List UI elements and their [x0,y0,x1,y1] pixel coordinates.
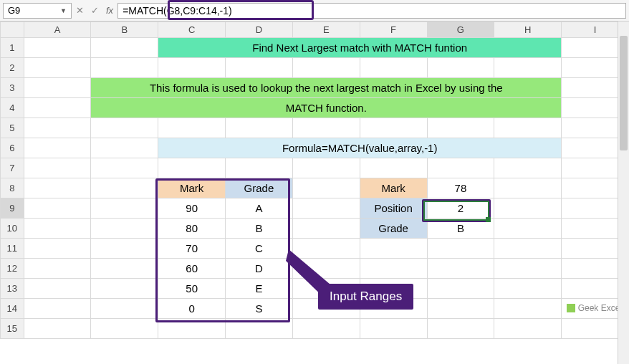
col-header-E[interactable]: E [292,22,360,38]
cell-A10[interactable] [24,219,91,239]
cell-G2[interactable] [427,58,494,78]
row-header-15[interactable]: 15 [1,319,24,339]
cell-E10[interactable] [292,219,360,239]
cell-E5[interactable] [292,118,360,138]
cell-B12[interactable] [91,259,158,279]
fx-icon[interactable]: fx [106,5,113,16]
select-all-corner[interactable] [1,22,24,38]
row-header-12[interactable]: 12 [1,259,24,279]
cell-A11[interactable] [24,239,91,259]
confirm-icon[interactable]: ✓ [91,5,99,16]
row-header-1[interactable]: 1 [1,38,24,58]
row-header-4[interactable]: 4 [1,98,24,118]
cell-H2[interactable] [494,58,562,78]
cell-B4[interactable]: MATCH function. [91,98,562,118]
cell-H8[interactable] [494,178,562,198]
cell-E12[interactable] [292,259,360,279]
formula-input[interactable]: =MATCH(G8,C9:C14,-1) [117,3,626,19]
cell-C2[interactable] [158,58,226,78]
cell-B14[interactable] [91,299,158,319]
cell-B6[interactable] [91,138,158,158]
cell-A13[interactable] [24,279,91,299]
cell-G12[interactable] [427,259,494,279]
cell-B10[interactable] [91,219,158,239]
cell-G10[interactable]: B [427,219,494,239]
cell-H13[interactable] [494,279,562,299]
cell-E9[interactable] [292,198,360,219]
cell-E7[interactable] [292,158,360,178]
cell-D15[interactable] [226,319,293,339]
cell-E2[interactable] [292,58,360,78]
row-header-10[interactable]: 10 [1,219,24,239]
cell-B7[interactable] [91,158,158,178]
cell-B8[interactable] [91,178,158,198]
cell-B15[interactable] [91,319,158,339]
col-header-B[interactable]: B [91,22,158,38]
vertical-scrollbar-thumb[interactable] [620,36,628,150]
cell-H11[interactable] [494,239,562,259]
cell-C13[interactable]: 50 [158,279,226,299]
cell-B13[interactable] [91,279,158,299]
cell-H14[interactable] [494,299,562,319]
cell-D9[interactable]: A [226,198,293,219]
cell-G5[interactable] [427,118,494,138]
cell-F11[interactable] [360,239,427,259]
row-header-2[interactable]: 2 [1,58,24,78]
cancel-icon[interactable]: ✕ [76,5,84,16]
cell-D11[interactable]: C [226,239,293,259]
col-header-G[interactable]: G [427,22,494,38]
cell-A8[interactable] [24,178,91,198]
cell-C1[interactable]: Find Next Largest match with MATCH funti… [158,38,562,58]
cell-E11[interactable] [292,239,360,259]
cell-A4[interactable] [24,98,91,118]
row-header-13[interactable]: 13 [1,279,24,299]
name-box-dropdown-icon[interactable]: ▼ [60,7,67,14]
cell-G7[interactable] [427,158,494,178]
cell-H5[interactable] [494,118,562,138]
row-header-8[interactable]: 8 [1,178,24,198]
col-header-C[interactable]: C [158,22,226,38]
cell-B11[interactable] [91,239,158,259]
cell-C9[interactable]: 90 [158,198,226,219]
cell-A15[interactable] [24,319,91,339]
col-header-F[interactable]: F [360,22,427,38]
cell-D10[interactable]: B [226,219,293,239]
cell-C7[interactable] [158,158,226,178]
cell-G8[interactable]: 78 [427,178,494,198]
cell-A7[interactable] [24,158,91,178]
cell-D14[interactable]: S [226,299,293,319]
cell-A5[interactable] [24,118,91,138]
cell-A12[interactable] [24,259,91,279]
cell-B9[interactable] [91,198,158,219]
spreadsheet-grid[interactable]: A B C D E F G H I 1Find Next Largest mat… [0,21,629,339]
col-header-A[interactable]: A [24,22,91,38]
cell-F9[interactable]: Position [360,198,427,219]
cell-E8[interactable] [292,178,360,198]
cell-F15[interactable] [360,319,427,339]
cell-B3[interactable]: This formula is used to lookup the next … [91,78,562,98]
row-header-6[interactable]: 6 [1,138,24,158]
cell-C11[interactable]: 70 [158,239,226,259]
row-header-11[interactable]: 11 [1,239,24,259]
cell-D12[interactable]: D [226,259,293,279]
cell-A6[interactable] [24,138,91,158]
cell-C14[interactable]: 0 [158,299,226,319]
cell-H15[interactable] [494,319,562,339]
cell-H10[interactable] [494,219,562,239]
cell-B1[interactable] [91,38,158,58]
cell-C15[interactable] [158,319,226,339]
cell-G13[interactable] [427,279,494,299]
cell-E15[interactable] [292,319,360,339]
cell-H7[interactable] [494,158,562,178]
cell-F7[interactable] [360,158,427,178]
cell-F2[interactable] [360,58,427,78]
col-header-H[interactable]: H [494,22,562,38]
cell-C6[interactable]: Formula=MATCH(value,array,-1) [158,138,562,158]
cell-D2[interactable] [226,58,293,78]
row-header-5[interactable]: 5 [1,118,24,138]
cell-F12[interactable] [360,259,427,279]
cell-D13[interactable]: E [226,279,293,299]
cell-D5[interactable] [226,118,293,138]
cell-G15[interactable] [427,319,494,339]
cell-G11[interactable] [427,239,494,259]
